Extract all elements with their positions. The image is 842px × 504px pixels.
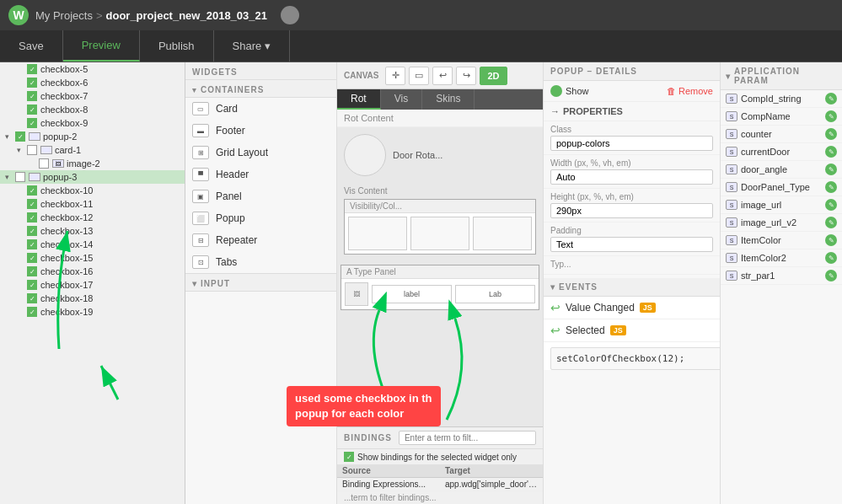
properties-header[interactable]: → PROPERTIES — [544, 102, 720, 121]
left-panel-item-checkbox-19[interactable]: ✓checkbox-19 — [0, 305, 185, 319]
width-input[interactable] — [550, 169, 713, 185]
show-button[interactable]: Show — [550, 85, 589, 97]
widget-item-card[interactable]: ▭Card — [185, 98, 336, 120]
breadcrumb-project[interactable]: door_project_new_2018_03_21 — [106, 9, 268, 22]
param-edit-btn-CompName[interactable]: ✎ — [825, 110, 837, 122]
item-checkbox-checkbox-7[interactable]: ✓ — [27, 91, 37, 101]
class-input[interactable] — [550, 136, 713, 151]
item-checkbox-checkbox-18[interactable]: ✓ — [27, 293, 37, 303]
left-panel-item-checkbox-18[interactable]: ✓checkbox-18 — [0, 292, 185, 305]
item-checkbox-checkbox-11[interactable]: ✓ — [27, 199, 37, 209]
expand-arrow[interactable]: ▾ — [5, 173, 15, 181]
share-button[interactable]: Share ▾ — [214, 30, 290, 62]
redo-btn[interactable]: ↪ — [456, 67, 476, 85]
left-panel-item-checkbox-12[interactable]: ✓checkbox-12 — [0, 211, 185, 224]
expand-arrow[interactable]: ▾ — [17, 146, 27, 154]
height-input[interactable] — [550, 203, 713, 218]
widgets-section-header: WIDGETS — [185, 62, 336, 80]
selected-event[interactable]: ↩ Selected JS — [544, 319, 720, 342]
item-checkbox-card-1[interactable] — [27, 145, 37, 155]
2d-btn[interactable]: 2D — [480, 67, 507, 85]
input-section-header[interactable]: ▾ INPUT — [185, 273, 336, 292]
widget-item-repeater[interactable]: ⊟Repeater — [185, 229, 336, 251]
item-checkbox-checkbox-12[interactable]: ✓ — [27, 212, 37, 223]
param-edit-btn-ItemColor2[interactable]: ✎ — [825, 252, 837, 264]
app-param-image_url_v2[interactable]: Simage_url_v2✎ — [721, 214, 842, 232]
save-button[interactable]: Save — [0, 30, 63, 62]
left-panel-item-checkbox-9[interactable]: ✓checkbox-9 — [0, 116, 185, 130]
param-edit-btn-image_url_v2[interactable]: ✎ — [825, 217, 837, 228]
containers-header[interactable]: ▾ CONTAINERS — [185, 80, 336, 98]
left-panel-item-popup-3[interactable]: ▾popup-3 — [0, 170, 185, 184]
item-checkbox-checkbox-13[interactable]: ✓ — [27, 226, 37, 236]
param-edit-btn-currentDoor[interactable]: ✎ — [825, 146, 837, 158]
item-checkbox-popup-3[interactable] — [15, 172, 25, 182]
param-edit-btn-ItemColor[interactable]: ✎ — [825, 234, 837, 246]
left-panel-item-checkbox-13[interactable]: ✓checkbox-13 — [0, 224, 185, 238]
padding-input[interactable] — [550, 237, 713, 252]
item-checkbox-checkbox-8[interactable]: ✓ — [27, 105, 37, 115]
widget-item-tabs[interactable]: ⊡Tabs — [185, 251, 336, 273]
left-panel-item-checkbox-7[interactable]: ✓checkbox-7 — [0, 89, 185, 103]
show-selected-checkbox[interactable]: ✓ — [344, 452, 354, 462]
param-edit-btn-str_par1[interactable]: ✎ — [825, 270, 837, 281]
left-panel-item-popup-2[interactable]: ▾✓popup-2 — [0, 130, 185, 143]
publish-button[interactable]: Publish — [140, 30, 214, 62]
item-checkbox-checkbox-10[interactable]: ✓ — [27, 185, 37, 196]
item-checkbox-checkbox-15[interactable]: ✓ — [27, 253, 37, 263]
breadcrumb-prefix[interactable]: My Projects — [35, 9, 93, 22]
bindings-search-input[interactable] — [399, 431, 536, 445]
left-panel-item-checkbox-8[interactable]: ✓checkbox-8 — [0, 103, 185, 116]
widget-item-header[interactable]: ▀Header — [185, 164, 336, 185]
avatar[interactable] — [281, 6, 299, 24]
param-edit-btn-CompId_string[interactable]: ✎ — [825, 93, 837, 105]
param-edit-btn-counter[interactable]: ✎ — [825, 128, 837, 140]
item-checkbox-popup-2[interactable]: ✓ — [15, 131, 25, 142]
param-edit-btn-image_url[interactable]: ✎ — [825, 199, 837, 211]
left-panel-item-checkbox-6[interactable]: ✓checkbox-6 — [0, 76, 185, 89]
left-panel-item-checkbox-10[interactable]: ✓checkbox-10 — [0, 184, 185, 197]
rect-tool-btn[interactable]: ▭ — [409, 67, 429, 85]
app-param-counter[interactable]: Scounter✎ — [721, 126, 842, 143]
widget-item-popup[interactable]: ⬜Popup — [185, 207, 336, 229]
param-edit-btn-DoorPanel_Type[interactable]: ✎ — [825, 181, 837, 193]
app-param-ItemColor[interactable]: SItemColor✎ — [721, 232, 842, 249]
app-param-DoorPanel_Type[interactable]: SDoorPanel_Type✎ — [721, 179, 842, 196]
undo-btn[interactable]: ↩ — [432, 67, 453, 85]
app-param-ItemColor2[interactable]: SItemColor2✎ — [721, 249, 842, 267]
widget-item-footer[interactable]: ▬Footer — [185, 120, 336, 142]
app-param-CompId_string[interactable]: SCompId_string✎ — [721, 90, 842, 108]
left-panel-item-checkbox-14[interactable]: ✓checkbox-14 — [0, 238, 185, 251]
app-param-CompName[interactable]: SCompName✎ — [721, 108, 842, 126]
item-checkbox-checkbox-6[interactable]: ✓ — [27, 78, 37, 88]
tab-rot[interactable]: Rot — [337, 89, 381, 110]
tab-skins[interactable]: Skins — [422, 89, 475, 110]
left-panel-item-checkbox-5[interactable]: ✓checkbox-5 — [0, 62, 185, 76]
item-checkbox-checkbox-5[interactable]: ✓ — [27, 64, 37, 74]
item-checkbox-image-2[interactable] — [39, 158, 49, 169]
tab-vis[interactable]: Vis — [381, 89, 422, 110]
preview-button[interactable]: Preview — [63, 30, 140, 62]
remove-button[interactable]: 🗑 Remove — [667, 86, 713, 96]
left-panel-item-card-1[interactable]: ▾card-1 — [0, 143, 185, 157]
left-panel-item-checkbox-15[interactable]: ✓checkbox-15 — [0, 251, 185, 265]
app-param-door_angle[interactable]: Sdoor_angle✎ — [721, 161, 842, 179]
left-panel-item-checkbox-16[interactable]: ✓checkbox-16 — [0, 265, 185, 278]
value-changed-event[interactable]: ↩ Value Changed JS — [544, 297, 720, 319]
item-checkbox-checkbox-19[interactable]: ✓ — [27, 307, 37, 317]
app-param-image_url[interactable]: Simage_url✎ — [721, 196, 842, 214]
widget-item-panel[interactable]: ▣Panel — [185, 185, 336, 207]
select-tool-btn[interactable]: ✛ — [385, 67, 405, 85]
left-panel-item-checkbox-11[interactable]: ✓checkbox-11 — [0, 197, 185, 211]
item-checkbox-checkbox-9[interactable]: ✓ — [27, 118, 37, 128]
item-checkbox-checkbox-14[interactable]: ✓ — [27, 239, 37, 249]
item-checkbox-checkbox-17[interactable]: ✓ — [27, 280, 37, 290]
item-checkbox-checkbox-16[interactable]: ✓ — [27, 266, 37, 276]
app-param-currentDoor[interactable]: ScurrentDoor✎ — [721, 143, 842, 161]
expand-arrow[interactable]: ▾ — [5, 132, 15, 141]
left-panel-item-checkbox-17[interactable]: ✓checkbox-17 — [0, 278, 185, 292]
left-panel-item-image-2[interactable]: 🖼image-2 — [0, 157, 185, 170]
param-edit-btn-door_angle[interactable]: ✎ — [825, 164, 837, 175]
widget-item-grid-layout[interactable]: ⊞Grid Layout — [185, 142, 336, 164]
app-param-str_par1[interactable]: Sstr_par1✎ — [721, 267, 842, 285]
